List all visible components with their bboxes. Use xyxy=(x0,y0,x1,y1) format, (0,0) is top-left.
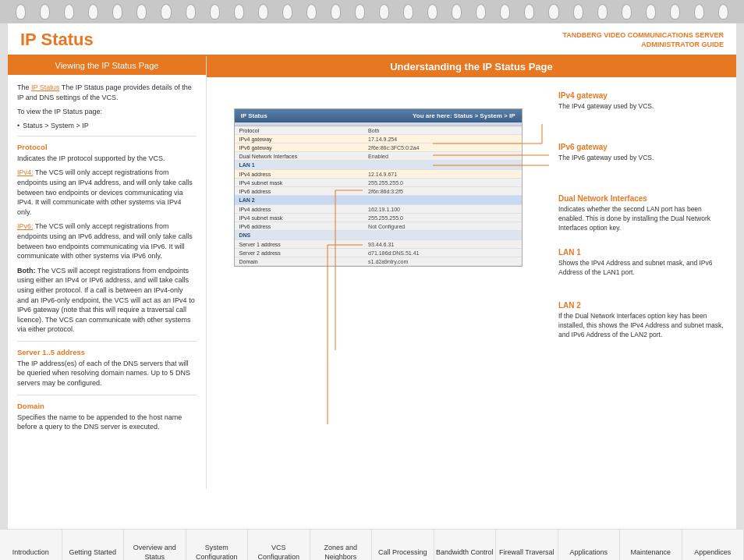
section-label: LAN 1 xyxy=(235,161,522,170)
binding-hole xyxy=(476,4,486,19)
both-text: Both: The VCS will accept registrations … xyxy=(17,266,197,335)
annotation-text: The IPv6 gateway used by VCS. xyxy=(558,154,727,163)
row-label: Server 2 address xyxy=(235,249,364,257)
section-label: LAN 2 xyxy=(235,196,522,205)
binding-hole xyxy=(282,4,292,19)
divider-2 xyxy=(17,341,197,342)
annotation-title: IPv6 gateway xyxy=(558,143,727,151)
divider xyxy=(17,136,197,136)
binding-hole xyxy=(186,4,196,19)
row-value: 162.19.1.100 xyxy=(363,205,521,214)
tab-introduction[interactable]: Introduction xyxy=(0,530,62,560)
binding-hole xyxy=(573,4,583,19)
row-value: d71.186d:DNS.51.41 xyxy=(363,249,521,257)
binding-hole xyxy=(136,4,147,19)
binding-hole xyxy=(403,4,413,19)
both-desc: The VCS will accept registrations from e… xyxy=(17,267,195,334)
tab-bandwidth-control[interactable]: Bandwidth Control xyxy=(434,530,497,560)
doc-subtitle: TANDBERG VIDEO COMMUNICATIONS SERVER ADM… xyxy=(562,30,724,50)
tab-maintenance[interactable]: Maintenance xyxy=(620,530,682,560)
tab-label: Firewall Traversal xyxy=(499,548,554,558)
both-label: Both: xyxy=(17,267,36,275)
row-value: 255.255.255.0 xyxy=(363,179,521,187)
row-label: Dual Network Interfaces xyxy=(235,152,364,161)
tab-label: VCS Configuration xyxy=(250,544,308,560)
table-row: Domain s1.d2a9ntry.com xyxy=(235,257,522,266)
annotation-ipv6-gateway: IPv6 gateway The IPv6 gateway used by VC… xyxy=(558,143,727,163)
binding-hole xyxy=(306,4,317,19)
tab-firewall-traversal[interactable]: Firewall Traversal xyxy=(496,530,558,560)
tab-label: Applications xyxy=(569,548,608,558)
intro-text: The IP Status The IP Status page provide… xyxy=(17,83,197,102)
ss-title: IP Status xyxy=(241,112,267,119)
document: IP Status TANDBERG VIDEO COMMUNICATIONS … xyxy=(8,23,736,529)
tab-zones-neighbors[interactable]: Zones and Neighbors xyxy=(310,530,373,560)
table-row: Dual Network Interfaces Enabled xyxy=(235,152,522,161)
tab-label: Introduction xyxy=(12,548,49,558)
binding-hole xyxy=(597,4,608,19)
guide-name: ADMINISTRATOR GUIDE xyxy=(641,41,724,48)
table-row: IPv4 subnet mask 255.255.255.0 xyxy=(235,179,522,187)
row-label: IPv4 subnet mask xyxy=(235,214,364,222)
annotation-ipv4-gateway: IPv4 gateway The IPv4 gateway used by VC… xyxy=(558,91,727,112)
binding-hole xyxy=(355,4,365,19)
annotation-title: LAN 1 xyxy=(558,248,727,257)
tab-overview-status[interactable]: Overview and Status xyxy=(124,530,186,560)
annotation-title: LAN 2 xyxy=(558,301,727,310)
tab-label: Bandwidth Control xyxy=(436,548,494,558)
binding-hole xyxy=(718,4,728,19)
tab-appendices[interactable]: Appendices xyxy=(682,530,745,560)
nav-path: Status > System > IP xyxy=(17,122,197,129)
binding-hole xyxy=(210,4,220,19)
tab-call-processing[interactable]: Call Processing xyxy=(372,530,434,560)
binding-hole xyxy=(112,4,122,19)
row-label: IPv6 address xyxy=(235,222,364,231)
product-name: VIDEO COMMUNICATIONS SERVER xyxy=(604,31,724,39)
table-row: IPv4 address 162.19.1.100 xyxy=(235,205,522,214)
annotation-dual-network: Dual Network Interfaces Indicates whethe… xyxy=(558,194,727,233)
domain-desc: Specifies the name to be appended to the… xyxy=(17,413,197,432)
right-panel: Understanding the IP Status Page xyxy=(207,56,736,489)
section-label: DNS xyxy=(235,231,522,240)
binding-hole xyxy=(622,4,632,19)
row-label: IPv4 address xyxy=(235,205,364,214)
table-row: IPv4 address 12.14.9.671 xyxy=(235,170,522,179)
annotation-text: Shows the IPv4 Address and subnet mask, … xyxy=(558,259,727,278)
row-value: 12.14.9.671 xyxy=(363,170,521,179)
tab-getting-started[interactable]: Getting Started xyxy=(62,530,125,560)
row-label: IPv4 address xyxy=(235,170,364,179)
table-row: IPv6 gateway 2f6e:86c:3FC5:0:2a4 xyxy=(235,144,522,152)
doc-header: IP Status TANDBERG VIDEO COMMUNICATIONS … xyxy=(8,23,736,56)
tab-system-config[interactable]: System Configuration xyxy=(186,530,249,560)
binding-hole xyxy=(427,4,438,19)
tab-label: Zones and Neighbors xyxy=(312,544,370,560)
section-row-lan2: LAN 2 xyxy=(235,196,522,205)
annotations-panel: IPv4 gateway The IPv4 gateway used by VC… xyxy=(549,77,736,485)
left-panel: Viewing the IP Status Page The IP Status… xyxy=(8,56,207,489)
tab-vcs-config[interactable]: VCS Configuration xyxy=(248,530,310,560)
ip-status-link[interactable]: IP Status xyxy=(31,83,59,91)
table-row: Protocol Both xyxy=(235,126,522,135)
company-name: TANDBERG xyxy=(562,31,601,39)
binding-hole xyxy=(379,4,389,19)
annotation-text: If the Dual Network Interfaces option ke… xyxy=(558,312,727,340)
annotation-text: The IPv4 gateway used by VCS. xyxy=(558,102,727,112)
nav-label: To view the IP Status page: xyxy=(17,107,197,117)
tab-applications[interactable]: Applications xyxy=(558,530,621,560)
ipv6-label: IPv6: xyxy=(17,222,34,230)
table-row: IPv4 gateway 17.14.9.254 xyxy=(235,135,522,144)
domain-title: Domain xyxy=(17,402,197,410)
ss-breadcrumb: You are here: Status > System > IP xyxy=(413,112,515,119)
ss-table: Protocol Both IPv4 gateway 17.14.9.254 I… xyxy=(235,126,522,266)
main-content: IP Status You are here: Status > System … xyxy=(207,77,736,485)
row-value: 2f6e:86c:3FC5:0:2a4 xyxy=(363,144,521,152)
table-row: IPv6 address 2f6n:86d:3:2f5 xyxy=(235,187,522,196)
footer-nav: Introduction Getting Started Overview an… xyxy=(0,529,744,560)
binding-bar xyxy=(0,0,744,23)
server-title: Server 1..5 address xyxy=(17,348,197,356)
row-label: IPv6 gateway xyxy=(235,144,364,152)
binding-holes xyxy=(0,4,744,19)
row-label: Domain xyxy=(235,257,364,266)
page-title: IP Status xyxy=(20,30,94,50)
row-label: IPv4 subnet mask xyxy=(235,179,364,187)
